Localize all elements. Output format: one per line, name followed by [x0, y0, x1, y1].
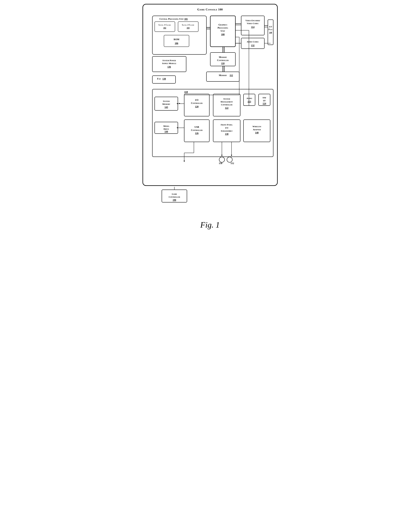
fan-label: Fan [157, 77, 161, 80]
mediadrive-num: 144 [165, 130, 168, 133]
sysmgmt-label3: Controller [221, 104, 232, 106]
av-port-label: A/V [269, 26, 272, 28]
sysmgmt-label2: Management [220, 101, 233, 103]
svg-rect-9 [206, 72, 239, 82]
memory-num: 112 [230, 74, 233, 77]
svg-rect-3 [164, 35, 189, 47]
l2cache-num: 104 [187, 27, 189, 29]
av-port-label2: Port [268, 28, 272, 30]
audio-codec-num: 132 [251, 44, 255, 47]
sysmem-label: System [163, 100, 170, 102]
ioctrl-label2: Controller [191, 102, 202, 104]
fig-label: Fig. 1 [142, 220, 278, 230]
connector-152 [227, 157, 232, 162]
fan-num: 138 [162, 77, 166, 80]
wireless-label: Wireless [252, 125, 261, 128]
video-encoder-label: Video Encoder/ [245, 19, 260, 22]
ioctrl-num: 120 [195, 105, 199, 108]
l2cache-label: Level 2 Cache [182, 24, 194, 26]
nwif-label2: I/F [263, 99, 265, 102]
rom-num: 106 [175, 42, 178, 45]
svg-rect-2 [178, 22, 198, 32]
memctrl-num: 110 [221, 62, 224, 65]
audio123-num: 123 [248, 100, 251, 103]
rom-label: ROM [174, 38, 179, 41]
bus118-num: 118 [184, 90, 188, 93]
svg-rect-6 [241, 38, 264, 49]
gpu-label2: Processing [218, 26, 228, 29]
l1cache-num: 102 [163, 27, 166, 29]
wireless-num: 148 [255, 131, 259, 134]
main-title: Game Console 100 [147, 8, 274, 11]
title-text: Game Console 100 [197, 8, 223, 11]
video-encoder-num: 114 [251, 26, 254, 28]
sysmgmt-label: System [223, 98, 230, 100]
gamectrl-label2: Controller [169, 196, 180, 198]
syspower-label: System Power [162, 59, 176, 62]
av-port-num: 140 [269, 31, 272, 34]
gpu-label3: Unit [220, 30, 225, 32]
svg-rect-5 [241, 16, 264, 35]
gpu-num: 108 [221, 33, 225, 36]
nwif-label: NW [262, 97, 266, 99]
main-console-box: Game Console 100 Central Processing Unit… [142, 4, 278, 186]
svg-rect-1 [155, 22, 175, 32]
gamectrl-label: Game [172, 193, 177, 195]
svg-rect-18 [243, 94, 255, 106]
memctrl-label: Memory [219, 56, 227, 59]
gpu-label: Graphics [218, 23, 227, 26]
usbctrl-label2: Controller [191, 129, 202, 131]
svg-rect-21 [243, 120, 270, 142]
mediadrive-label: Media [163, 125, 169, 127]
diagram-svg: Central Processing Unit 101 Level 1 Cach… [147, 14, 274, 182]
usbctrl-num: 126 [195, 132, 199, 134]
gamectrl-num: 190 [173, 199, 176, 201]
syspower-num: 136 [167, 66, 171, 68]
below-diagram-svg: Game Controller 190 [146, 186, 274, 217]
memory-label: Memory [219, 74, 227, 77]
connector-150 [219, 157, 225, 162]
arrow-to-gamecontroller [184, 161, 185, 162]
video-codec-label: Video Codec [247, 22, 259, 24]
l1cache-label: Level 1 Cache [158, 24, 171, 26]
cpu-label: Central Processing Unit 101 [159, 18, 188, 20]
ioctrl-label: I/O [195, 99, 198, 101]
audio-codec-label: Audio Codec [247, 41, 259, 43]
sysmem-num: 143 [165, 106, 168, 109]
audio123-label: Audio [246, 97, 252, 99]
nwif-num: 124 [262, 102, 266, 105]
mediadrive-label2: Drive [164, 128, 169, 130]
frontpanel-label3: Subassembly [221, 130, 232, 132]
frontpanel-label2: I/O [225, 127, 228, 129]
connector152-num: 152 [231, 162, 234, 165]
sysmem-label2: Memory [162, 103, 170, 105]
sysmgmt-num: 122 [225, 107, 228, 109]
memctrl-label2: Controller [217, 59, 229, 62]
frontpanel-num: 130 [225, 133, 228, 135]
page: Game Console 100 Central Processing Unit… [142, 4, 278, 230]
frontpanel-label: Front Panel [221, 124, 233, 126]
connector150-num: 150 [219, 162, 222, 165]
syspower-label2: Supply Module [162, 62, 176, 65]
wireless-label2: Adapter [253, 128, 261, 131]
usbctrl-label: USB [195, 126, 199, 128]
